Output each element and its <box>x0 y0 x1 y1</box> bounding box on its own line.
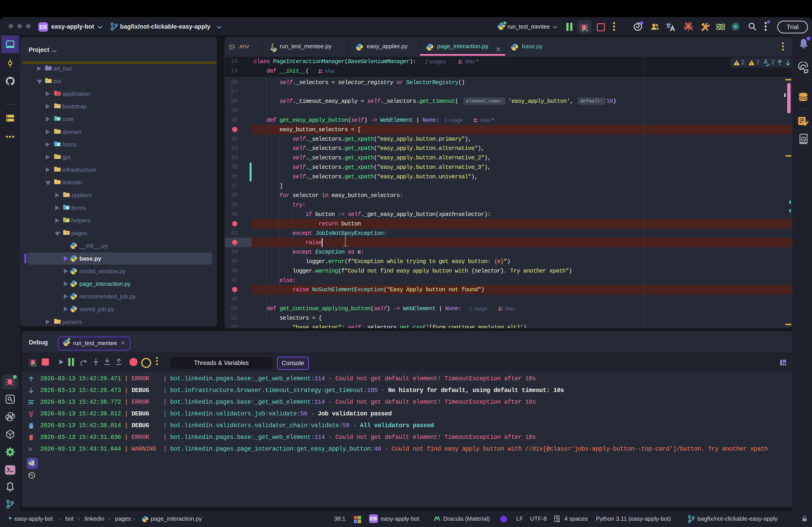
svg-text:A: A <box>802 137 805 141</box>
